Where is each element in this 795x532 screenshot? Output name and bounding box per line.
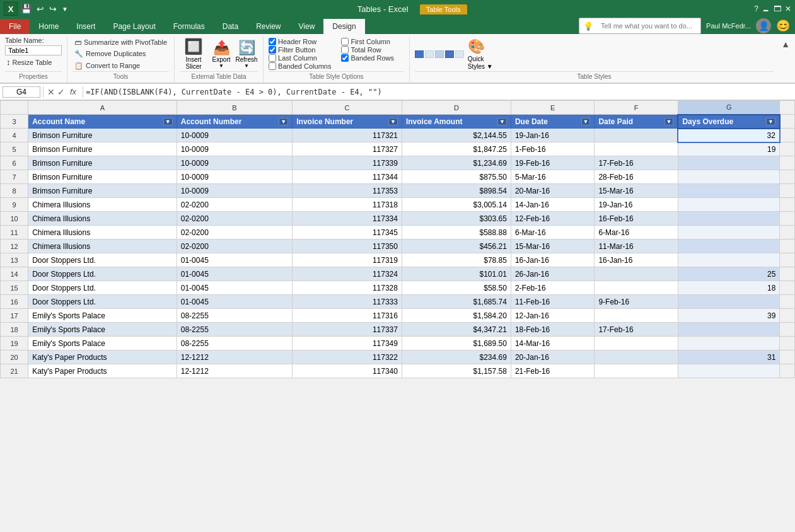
table-cell[interactable]: $101.01	[402, 267, 511, 281]
table-cell[interactable]: $588.88	[402, 226, 511, 240]
table-cell[interactable]: 12-Feb-16	[511, 212, 595, 226]
table-cell[interactable]: 02-0200	[177, 212, 292, 226]
tab-data[interactable]: Data	[214, 19, 247, 34]
table-cell[interactable]: 117350	[293, 240, 402, 253]
table-cell[interactable]: 2-Feb-16	[511, 281, 595, 295]
table-cell[interactable]: 6-Mar-16	[595, 226, 678, 240]
tab-review[interactable]: Review	[247, 19, 289, 34]
table-cell[interactable]: 117353	[293, 184, 402, 198]
close-icon[interactable]: ✕	[785, 4, 791, 13]
table-cell[interactable]: 117344	[293, 170, 402, 184]
banded-columns-checkbox-label[interactable]: Banded Columns	[269, 62, 331, 70]
convert-range-button[interactable]: 📋 Convert to Range	[73, 61, 169, 71]
tbl-header-invoice-amount[interactable]: Invoice Amount ▼	[402, 115, 511, 129]
table-cell[interactable]	[678, 212, 779, 226]
table-cell[interactable]: 01-0045	[177, 281, 292, 295]
account-name-dropdown[interactable]: ▼	[163, 118, 173, 125]
help-icon[interactable]: ?	[754, 4, 758, 13]
table-cell[interactable]: 117319	[293, 253, 402, 267]
total-row-checkbox-label[interactable]: Total Row	[341, 46, 403, 54]
table-cell[interactable]	[678, 364, 779, 378]
table-cell[interactable]: Chimera Illusions	[28, 240, 177, 253]
table-cell[interactable]: 08-2255	[177, 309, 292, 323]
table-cell[interactable]: $303.65	[402, 212, 511, 226]
style-swatch-5[interactable]	[455, 50, 464, 58]
col-header-f[interactable]: F	[595, 101, 678, 115]
table-cell[interactable]: Door Stoppers Ltd.	[28, 281, 177, 295]
table-cell[interactable]	[595, 364, 678, 378]
table-cell[interactable]: 117340	[293, 364, 402, 378]
table-cell[interactable]: Katy's Paper Products	[28, 350, 177, 364]
table-cell[interactable]: Door Stoppers Ltd.	[28, 253, 177, 267]
table-cell[interactable]: Brimson Furniture	[28, 170, 177, 184]
insert-slicer-button[interactable]: 🔲 Insert Slicer	[180, 38, 207, 70]
table-cell[interactable]: $1,847.25	[402, 142, 511, 156]
first-column-checkbox-label[interactable]: First Column	[341, 38, 403, 45]
table-cell[interactable]: 10-0009	[177, 142, 292, 156]
table-cell[interactable]	[595, 267, 678, 281]
table-cell[interactable]: 117328	[293, 281, 402, 295]
table-cell[interactable]: 17-Feb-16	[595, 156, 678, 170]
table-cell[interactable]: 117339	[293, 156, 402, 170]
tab-design[interactable]: Design	[323, 19, 364, 34]
table-cell[interactable]: $1,157.58	[402, 364, 511, 378]
tbl-header-account-number[interactable]: Account Number ▼	[177, 115, 292, 129]
table-cell[interactable]: 12-Jan-16	[511, 309, 595, 323]
style-swatch-2[interactable]	[425, 50, 434, 58]
table-cell[interactable]: Chimera Illusions	[28, 198, 177, 212]
qat-dropdown-icon[interactable]: ▼	[60, 4, 70, 14]
refresh-button[interactable]: 🔄 Refresh ▼	[235, 40, 258, 69]
last-column-checkbox[interactable]	[269, 54, 276, 62]
table-cell[interactable]	[595, 309, 678, 323]
table-cell[interactable]: 19-Jan-16	[511, 129, 595, 142]
tab-page-layout[interactable]: Page Layout	[104, 19, 164, 34]
table-cell[interactable]: 10-0009	[177, 156, 292, 170]
table-cell[interactable]: Chimera Illusions	[28, 212, 177, 226]
banded-rows-checkbox[interactable]	[341, 54, 349, 62]
table-cell[interactable]	[678, 295, 779, 309]
table-cell[interactable]: 21-Feb-16	[511, 364, 595, 378]
table-cell[interactable]	[678, 156, 779, 170]
table-cell[interactable]: 15-Mar-16	[595, 184, 678, 198]
table-cell[interactable]: 32	[678, 129, 779, 142]
table-cell[interactable]: 16-Feb-16	[595, 212, 678, 226]
table-cell[interactable]: Brimson Furniture	[28, 156, 177, 170]
redo-qat-icon[interactable]: ↪	[47, 3, 59, 15]
first-column-checkbox[interactable]	[341, 38, 349, 45]
table-cell[interactable]: 02-0200	[177, 198, 292, 212]
table-cell[interactable]: 117322	[293, 350, 402, 364]
table-cell[interactable]	[678, 323, 779, 337]
table-cell[interactable]: 117345	[293, 226, 402, 240]
tab-home[interactable]: Home	[30, 19, 67, 34]
table-cell[interactable]: Emily's Sports Palace	[28, 323, 177, 337]
table-cell[interactable]: $234.69	[402, 350, 511, 364]
table-cell[interactable]: $4,347.21	[402, 323, 511, 337]
table-cell[interactable]: 10-0009	[177, 170, 292, 184]
tab-file[interactable]: File	[0, 19, 30, 34]
table-cell[interactable]: $3,005.14	[402, 198, 511, 212]
table-cell[interactable]: $2,144.55	[402, 129, 511, 142]
table-cell[interactable]: 18-Feb-16	[511, 323, 595, 337]
table-cell[interactable]: 6-Mar-16	[511, 226, 595, 240]
col-header-d[interactable]: D	[402, 101, 511, 115]
table-cell[interactable]: Brimson Furniture	[28, 129, 177, 142]
table-cell[interactable]: 14-Jan-16	[511, 198, 595, 212]
table-cell[interactable]: 18	[678, 281, 779, 295]
filter-button-checkbox-label[interactable]: Filter Button	[269, 46, 331, 54]
tbl-header-invoice-number[interactable]: Invoice Number ▼	[293, 115, 402, 129]
table-cell[interactable]: 11-Feb-16	[511, 295, 595, 309]
table-cell[interactable]: Emily's Sports Palace	[28, 337, 177, 350]
export-button[interactable]: 📤 Export ▼	[210, 40, 233, 69]
style-swatch-4[interactable]	[445, 50, 454, 58]
table-cell[interactable]: 117349	[293, 337, 402, 350]
quick-styles-button[interactable]: 🎨 Quick Styles ▼	[468, 38, 493, 70]
table-cell[interactable]: 16-Jan-16	[595, 253, 678, 267]
table-cell[interactable]: 31	[678, 350, 779, 364]
table-cell[interactable]: 25	[678, 267, 779, 281]
table-cell[interactable]: 02-0200	[177, 226, 292, 240]
table-cell[interactable]: 26-Jan-16	[511, 267, 595, 281]
tbl-header-account-name[interactable]: Account Name ▼	[28, 115, 177, 129]
table-cell[interactable]: 117333	[293, 295, 402, 309]
table-cell[interactable]: Door Stoppers Ltd.	[28, 267, 177, 281]
table-cell[interactable]: 02-0200	[177, 240, 292, 253]
